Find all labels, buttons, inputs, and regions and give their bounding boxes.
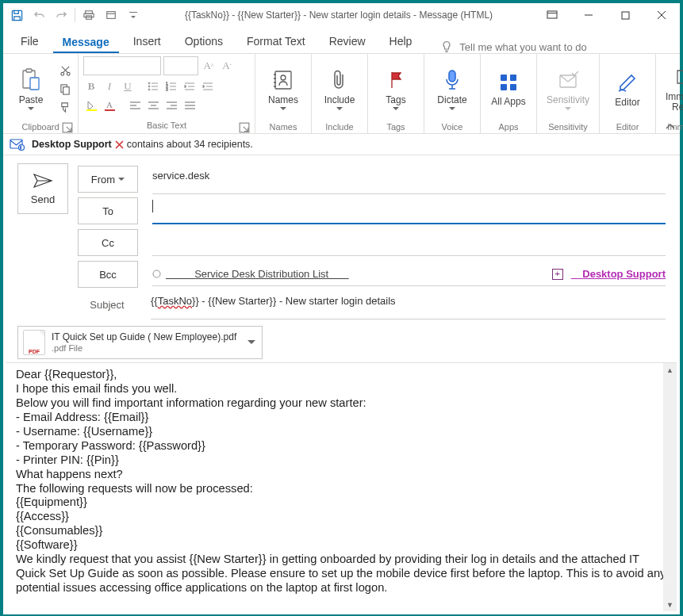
chevron-down-icon	[280, 107, 286, 111]
flag-icon	[387, 67, 405, 93]
cut-icon[interactable]	[57, 63, 73, 78]
align-center-icon[interactable]	[145, 98, 161, 113]
from-field[interactable]: service.desk	[152, 165, 666, 194]
to-field[interactable]	[152, 197, 666, 224]
bcc-field[interactable]: Service Desk Distribution List + Desktop…	[152, 263, 666, 286]
group-include: Include Include	[311, 54, 367, 133]
redo-icon[interactable]	[51, 4, 71, 26]
names-button[interactable]: Names	[260, 56, 306, 121]
svg-point-10	[60, 72, 63, 75]
tab-review[interactable]: Review	[320, 30, 375, 53]
close-icon[interactable]	[643, 3, 680, 27]
tell-me-search[interactable]: Tell me what you want to do	[426, 40, 672, 53]
sensitivity-icon	[558, 67, 578, 93]
svg-rect-13	[63, 86, 69, 94]
include-button[interactable]: Include	[317, 56, 363, 121]
group-label: Tags	[373, 121, 419, 133]
message-body[interactable]: Dear {{Requestor}}, I hope this email fi…	[6, 363, 677, 611]
decrease-indent-icon[interactable]	[182, 78, 198, 94]
editor-button[interactable]: Editor	[604, 56, 650, 121]
bcc-button[interactable]: Bcc	[78, 261, 138, 288]
lightbulb-icon	[440, 40, 453, 53]
ribbon-tabs: File Message Insert Options Format Text …	[3, 27, 680, 54]
maximize-icon[interactable]	[607, 3, 643, 27]
group-clipboard: Paste Clipboard	[3, 54, 78, 133]
group-sensitivity: Sensitivity Sensitivity	[536, 54, 599, 133]
align-right-icon[interactable]	[163, 98, 179, 113]
tab-file[interactable]: File	[11, 30, 48, 53]
italic-icon[interactable]: I	[102, 78, 117, 94]
font-family-dropdown[interactable]	[83, 56, 161, 75]
group-label: Include	[317, 121, 363, 133]
window-controls	[534, 3, 680, 27]
send-icon	[33, 173, 53, 189]
align-left-icon[interactable]	[127, 98, 143, 113]
group-tags: Tags Tags	[367, 54, 424, 133]
from-button[interactable]: From	[78, 166, 138, 193]
dictate-button[interactable]: Dictate	[429, 56, 475, 121]
save-icon[interactable]	[6, 4, 27, 26]
outlook-compose-window: {{TaskNo}} - {{New Starter}} - New start…	[2, 2, 681, 615]
svg-point-16	[148, 86, 150, 87]
tab-format-text[interactable]: Format Text	[237, 30, 315, 53]
to-button[interactable]: To	[78, 197, 138, 224]
group-voice: Dictate Voice	[424, 54, 480, 133]
cc-field[interactable]	[152, 230, 666, 256]
minimize-icon[interactable]	[570, 3, 607, 27]
paste-button[interactable]: Paste	[8, 56, 54, 121]
subject-field[interactable]: {{TaskNo}} - {{New Starter}} - New start…	[151, 290, 666, 319]
tags-button[interactable]: Tags	[373, 56, 419, 121]
undo-icon[interactable]	[29, 4, 49, 26]
scroll-down-icon[interactable]: ▼	[663, 598, 677, 611]
decrease-font-icon[interactable]: Aˇ	[219, 58, 235, 74]
info-remove-icon[interactable]	[115, 140, 124, 149]
qat-print-icon[interactable]	[79, 4, 99, 26]
highlight-icon[interactable]	[83, 98, 99, 113]
chevron-down-icon	[118, 178, 125, 182]
svg-point-17	[148, 89, 150, 90]
svg-point-26	[281, 75, 286, 80]
font-size-dropdown[interactable]	[163, 56, 198, 75]
send-button[interactable]: Send	[17, 163, 68, 214]
font-color-icon[interactable]: A	[102, 98, 117, 113]
dialog-launcher-icon[interactable]	[62, 122, 73, 133]
tab-help[interactable]: Help	[380, 30, 422, 53]
copy-icon[interactable]	[57, 81, 73, 97]
chevron-down-icon[interactable]	[247, 340, 255, 345]
all-apps-button[interactable]: All Apps	[485, 56, 531, 121]
expand-group-icon[interactable]: +	[552, 269, 563, 280]
message-body-area: Dear {{Requestor}}, I hope this email fi…	[6, 362, 677, 611]
group-names: Names Names	[255, 54, 311, 133]
cc-button[interactable]: Cc	[78, 229, 138, 256]
immersive-reader-button[interactable]: Immersive Reader	[661, 56, 683, 121]
justify-icon[interactable]	[182, 98, 198, 113]
subject-label: Subject	[78, 299, 136, 311]
scroll-up-icon[interactable]: ▲	[663, 363, 677, 377]
ribbon-display-icon[interactable]	[534, 3, 570, 27]
paste-icon	[21, 67, 41, 93]
scroll-track[interactable]	[663, 377, 677, 598]
bcc-desktop-support-link[interactable]: Desktop Support	[571, 268, 666, 280]
svg-point-36	[153, 270, 160, 277]
dialog-launcher-icon[interactable]	[239, 122, 250, 133]
tab-insert[interactable]: Insert	[124, 30, 171, 53]
window-title: {{TaskNo}} - {{New Starter}} - New start…	[144, 10, 534, 21]
attachment-item[interactable]: PDF IT Quick Set up Guide ( New Employee…	[17, 326, 263, 359]
svg-rect-9	[30, 78, 39, 90]
format-painter-icon[interactable]	[57, 99, 73, 115]
qat-customize-icon[interactable]	[123, 4, 144, 26]
tab-options[interactable]: Options	[175, 30, 232, 53]
bold-icon[interactable]: B	[83, 78, 99, 94]
bullets-icon[interactable]	[145, 78, 161, 94]
attachment-name: IT Quick Set up Guide ( New Employee).pd…	[52, 331, 236, 343]
increase-indent-icon[interactable]	[200, 78, 216, 94]
collapse-ribbon-icon[interactable]	[666, 124, 675, 130]
tab-message[interactable]: Message	[53, 31, 119, 54]
numbering-icon[interactable]: 123	[163, 78, 179, 94]
qat-item-icon[interactable]	[101, 4, 121, 26]
increase-font-icon[interactable]: A^	[201, 58, 217, 74]
quick-access-toolbar	[6, 4, 144, 26]
underline-icon[interactable]: U	[120, 78, 136, 94]
vertical-scrollbar[interactable]: ▲ ▼	[663, 363, 677, 611]
bcc-recipient[interactable]: Service Desk Distribution List	[166, 268, 348, 280]
